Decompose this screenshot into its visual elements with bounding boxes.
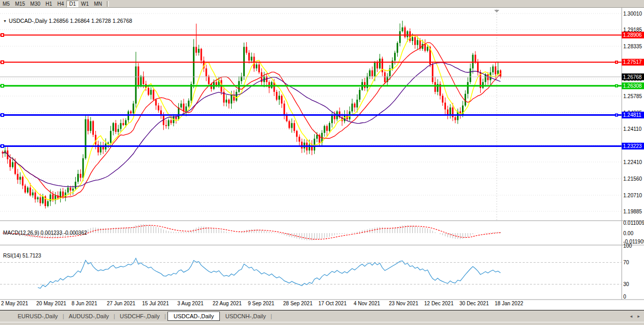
svg-text:23 Nov 2021: 23 Nov 2021	[389, 301, 418, 306]
svg-text:18 Jan 2022: 18 Jan 2022	[495, 301, 523, 306]
svg-text:15 Jul 2021: 15 Jul 2021	[142, 301, 169, 306]
tab-usdcnh[interactable]: USDCNH-,Daily	[221, 312, 270, 320]
svg-text:30 Dec 2021: 30 Dec 2021	[459, 301, 489, 306]
svg-text:1.27517: 1.27517	[623, 59, 642, 65]
status-strip	[0, 322, 644, 325]
mt4-window: { "toolbar": { "timeframes": ["M5","M15"…	[0, 0, 644, 325]
svg-text:12 Dec 2021: 12 Dec 2021	[424, 301, 454, 306]
svg-text:1.25785: 1.25785	[623, 93, 642, 99]
svg-text:8 Jun 2021: 8 Jun 2021	[72, 301, 97, 306]
svg-text:3 Aug 2021: 3 Aug 2021	[177, 301, 204, 306]
svg-text:1.23223: 1.23223	[623, 143, 642, 149]
date-axis: 2 May 202120 May 20218 Jun 202127 Jun 20…	[1, 301, 523, 306]
tab-scroll-left-icon[interactable]: ◂	[630, 314, 633, 319]
tab-usdcad[interactable]: USDCAD-,Daily	[167, 312, 220, 321]
svg-text:30: 30	[623, 281, 629, 287]
svg-text:1.21560: 1.21560	[623, 176, 642, 182]
svg-text:1.28906: 1.28906	[623, 32, 642, 38]
tab-separator: |	[271, 313, 272, 319]
timeframe-button-M15[interactable]: M15	[12, 1, 27, 7]
svg-text:1.24110: 1.24110	[623, 126, 642, 132]
toolbar-separator	[107, 1, 109, 7]
timeframe-button-W1[interactable]: W1	[78, 1, 91, 7]
svg-text:1.22410: 1.22410	[623, 159, 642, 165]
svg-text:22 Aug 2021: 22 Aug 2021	[213, 301, 242, 306]
timeframe-button-M30[interactable]: M30	[27, 1, 43, 7]
svg-text:0.00: 0.00	[623, 231, 634, 236]
tab-scroll-arrows: ◂▸	[630, 314, 644, 319]
svg-text:2 May 2021: 2 May 2021	[1, 301, 29, 306]
tab-separator: |	[63, 313, 64, 319]
timeframe-button-M5[interactable]: M5	[0, 1, 12, 7]
svg-text:28 Sep 2021: 28 Sep 2021	[283, 301, 313, 306]
svg-text:20 May 2021: 20 May 2021	[36, 301, 66, 306]
svg-text:1.30010: 1.30010	[623, 11, 642, 17]
tab-separator: |	[114, 313, 115, 319]
svg-text:100: 100	[623, 243, 632, 249]
tab-separator: |	[164, 313, 166, 319]
timeframe-toolbar: M5M15M30H1H4D1W1MN	[0, 0, 644, 8]
svg-text:27 Jun 2021: 27 Jun 2021	[107, 301, 135, 306]
timeframe-button-H4[interactable]: H4	[55, 1, 67, 7]
chart-area[interactable]: 1.300101.291851.283351.275101.266601.257…	[0, 8, 644, 310]
chart-svg[interactable]: 1.300101.291851.283351.275101.266601.257…	[0, 8, 644, 310]
tab-eurusd[interactable]: EURUSD-,Daily	[13, 312, 62, 320]
svg-text:4 Nov 2021: 4 Nov 2021	[354, 301, 381, 306]
tab-audusd[interactable]: AUDUSD-,Daily	[64, 312, 113, 320]
timeframe-button-MN[interactable]: MN	[91, 1, 105, 7]
svg-text:1.26308: 1.26308	[623, 83, 642, 89]
tab-scroll-right-icon[interactable]: ▸	[637, 314, 640, 319]
svg-text:0: 0	[623, 294, 626, 300]
svg-text:17 Oct 2021: 17 Oct 2021	[318, 301, 347, 306]
svg-text:1.28335: 1.28335	[623, 44, 642, 49]
svg-text:9 Sep 2021: 9 Sep 2021	[248, 301, 275, 306]
timeframe-button-H1[interactable]: H1	[43, 1, 55, 7]
svg-text:1.20710: 1.20710	[623, 193, 642, 198]
svg-text:1.26768: 1.26768	[623, 74, 642, 80]
svg-text:1.19885: 1.19885	[623, 209, 642, 214]
chart-background	[0, 8, 644, 310]
svg-text:0.011009: 0.011009	[623, 220, 644, 226]
svg-text:70: 70	[623, 260, 629, 265]
symbol-tab-bar: EURUSD-,Daily|AUDUSD-,Daily|USDCHF-,Dail…	[0, 310, 644, 322]
svg-text:1.24811: 1.24811	[623, 112, 642, 118]
svg-text:1.29185: 1.29185	[623, 27, 642, 33]
tab-usdchf[interactable]: USDCHF-,Daily	[116, 312, 164, 320]
timeframe-button-D1[interactable]: D1	[66, 1, 78, 7]
